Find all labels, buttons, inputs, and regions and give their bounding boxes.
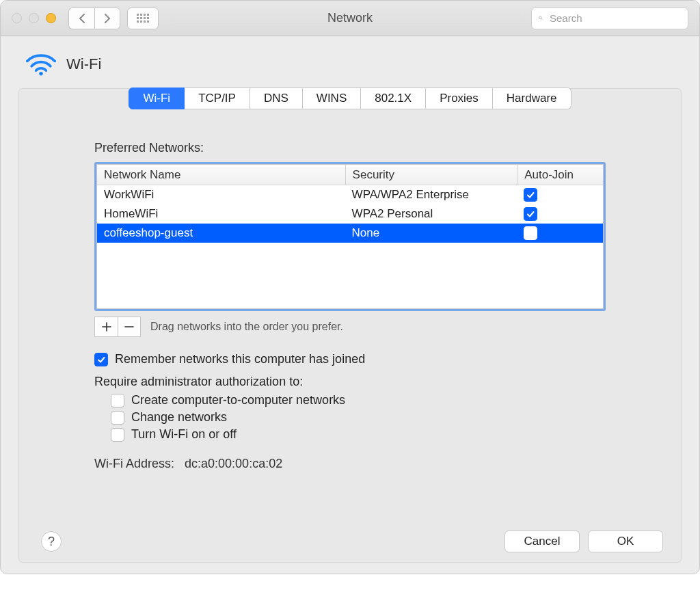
help-icon: ? [48,535,55,549]
table-row[interactable]: HomeWiFiWPA2 Personal [97,204,603,224]
traffic-lights [12,13,56,23]
check-icon [526,209,535,219]
settings-panel: Wi-FiTCP/IPDNSWINS802.1XProxiesHardware … [18,88,682,563]
header: Wi-Fi [1,36,699,88]
nav-buttons [68,8,120,29]
cell-network-name: WorkWiFi [97,185,345,204]
networks-table[interactable]: Network Name Security Auto-Join WorkWiFi… [96,164,604,309]
wifi-address-row: Wi-Fi Address: dc:a0:00:00:ca:02 [94,457,606,471]
cell-security: WPA/WPA2 Enterprise [345,185,517,204]
search-input[interactable] [548,12,681,25]
close-window-button[interactable] [12,13,22,23]
wifi-icon [25,53,57,76]
tab-dns[interactable]: DNS [250,88,303,109]
preferred-networks-label: Preferred Networks: [94,141,606,155]
page-title: Wi-Fi [66,55,101,73]
titlebar: Network [1,1,699,36]
admin-opt-row: Create computer-to-computer networks [111,393,606,407]
cell-security: WPA2 Personal [345,204,517,224]
admin-opt-label: Change networks [131,410,227,425]
cancel-button[interactable]: Cancel [504,531,580,552]
remove-network-button[interactable] [118,317,141,337]
col-auto-join[interactable]: Auto-Join [517,165,603,185]
tab-wins[interactable]: WINS [303,88,361,109]
check-icon [526,190,535,200]
zoom-window-button[interactable] [46,13,56,23]
minus-icon [124,322,134,332]
cell-network-name: coffeeshop-guest [97,224,345,243]
auto-join-checkbox[interactable] [524,207,537,221]
search-icon [539,13,543,23]
cell-network-name: HomeWiFi [97,204,345,224]
tab-proxies[interactable]: Proxies [426,88,493,109]
admin-opt-label: Create computer-to-computer networks [131,393,345,407]
col-security[interactable]: Security [345,165,517,185]
admin-opt-checkbox[interactable] [111,428,124,442]
admin-opt-label: Turn Wi-Fi on or off [131,427,237,442]
grid-icon [137,14,149,23]
admin-opt-row: Change networks [111,410,606,425]
remember-networks-row: Remember networks this computer has join… [94,352,606,366]
tab-wi-fi[interactable]: Wi-Fi [129,88,185,109]
forward-button[interactable] [94,8,120,29]
table-row[interactable]: coffeeshop-guestNone [97,224,603,243]
col-network-name[interactable]: Network Name [97,165,345,185]
admin-auth-label: Require administrator authorization to: [94,375,606,389]
cell-auto-join [517,224,603,243]
remember-networks-label: Remember networks this computer has join… [115,352,365,366]
svg-line-1 [541,18,543,20]
search-field[interactable] [531,8,688,29]
admin-opt-checkbox[interactable] [111,394,124,407]
cell-security: None [345,224,517,243]
cell-auto-join [517,204,603,224]
svg-point-2 [39,72,43,76]
ok-button[interactable]: OK [588,531,663,552]
wifi-address-value: dc:a0:00:00:ca:02 [185,457,282,470]
drag-hint: Drag networks into the order you prefer. [150,321,343,333]
show-all-button[interactable] [127,8,159,29]
table-header: Network Name Security Auto-Join [97,165,603,185]
chevron-left-icon [78,13,85,24]
footer: ? Cancel OK [19,531,681,552]
tab-802-1x[interactable]: 802.1X [361,88,426,109]
remember-networks-checkbox[interactable] [94,353,108,366]
check-icon [96,355,106,364]
minimize-window-button[interactable] [29,13,39,23]
table-row[interactable]: WorkWiFiWPA/WPA2 Enterprise [97,185,603,204]
chevron-right-icon [104,13,111,24]
wifi-address-label: Wi-Fi Address: [94,457,174,470]
add-remove-buttons [94,317,141,337]
help-button[interactable]: ? [41,531,62,552]
auto-join-checkbox[interactable] [524,188,537,202]
networks-table-focus-ring: Network Name Security Auto-Join WorkWiFi… [94,162,606,311]
tab-hardware[interactable]: Hardware [493,88,571,109]
add-network-button[interactable] [94,317,118,337]
tabs: Wi-FiTCP/IPDNSWINS802.1XProxiesHardware [19,88,681,109]
cell-auto-join [517,185,603,204]
back-button[interactable] [68,8,94,29]
tab-tcp-ip[interactable]: TCP/IP [185,88,250,109]
network-preferences-window: Network Wi-Fi Wi-FiTCP/IPDNSWINS802.1XPr… [0,0,700,574]
plus-icon [102,322,111,332]
admin-opt-checkbox[interactable] [111,411,124,425]
admin-opt-row: Turn Wi-Fi on or off [111,427,606,442]
auto-join-checkbox[interactable] [524,226,537,240]
